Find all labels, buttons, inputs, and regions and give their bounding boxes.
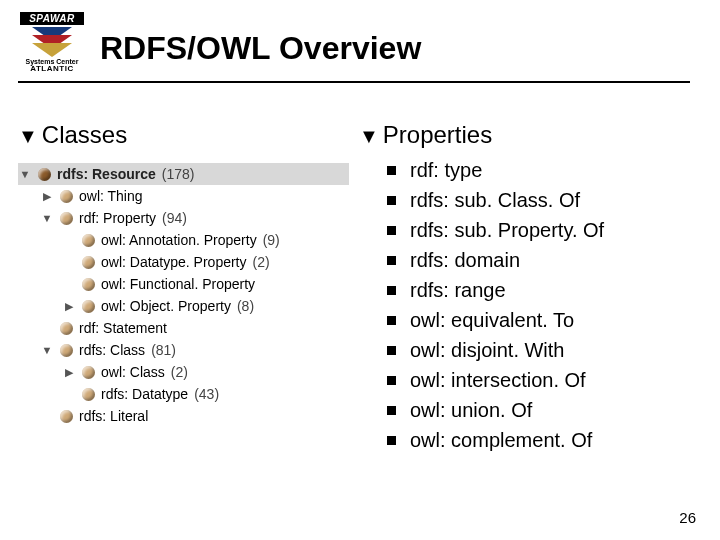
- down-triangle-icon: ▼: [359, 126, 379, 146]
- class-node-icon: [82, 366, 95, 379]
- tree-node[interactable]: rdfs: Datatype (43): [18, 383, 349, 405]
- tree-node-count: (2): [171, 364, 188, 380]
- property-label: rdfs: domain: [410, 249, 520, 272]
- header: SPAWAR Systems Center ATLANTIC RDFS/OWL …: [18, 12, 690, 73]
- class-node-icon: [38, 168, 51, 181]
- tree-indent: [18, 295, 34, 317]
- logo-subtitle: Systems Center ATLANTIC: [26, 58, 79, 73]
- tree-node-label: rdfs: Class: [79, 342, 145, 358]
- tree-indent: [40, 361, 56, 383]
- properties-column: ▼ Properties rdf: typerdfs: sub. Class. …: [359, 121, 690, 455]
- bullet-square-icon: [387, 316, 396, 325]
- tree-node-count: (178): [162, 166, 195, 182]
- tree-indent: [18, 339, 34, 361]
- class-node-icon: [60, 190, 73, 203]
- title-rule: [18, 81, 690, 83]
- tree-indent: [40, 383, 56, 405]
- property-item: owl: union. Of: [359, 395, 690, 425]
- class-node-icon: [82, 300, 95, 313]
- property-item: owl: equivalent. To: [359, 305, 690, 335]
- class-node-icon: [82, 388, 95, 401]
- tree-node-label: owl: Class: [101, 364, 165, 380]
- class-node-icon: [82, 278, 95, 291]
- tree-indent: [18, 405, 34, 427]
- tree-node[interactable]: rdfs: Class (81): [18, 339, 349, 361]
- tree-node[interactable]: rdf: Property (94): [18, 207, 349, 229]
- property-label: owl: disjoint. With: [410, 339, 565, 362]
- tree-node[interactable]: owl: Thing: [18, 185, 349, 207]
- property-label: rdfs: range: [410, 279, 506, 302]
- bullet-square-icon: [387, 286, 396, 295]
- tree-node-count: (81): [151, 342, 176, 358]
- class-node-icon: [60, 410, 73, 423]
- property-label: owl: complement. Of: [410, 429, 592, 452]
- bullet-square-icon: [387, 406, 396, 415]
- tree-node-label: rdfs: Resource: [57, 166, 156, 182]
- tree-node[interactable]: rdfs: Literal: [18, 405, 349, 427]
- bullet-square-icon: [387, 256, 396, 265]
- tree-node[interactable]: rdf: Statement: [18, 317, 349, 339]
- tree-node[interactable]: owl: Annotation. Property (9): [18, 229, 349, 251]
- tree-node-label: owl: Annotation. Property: [101, 232, 257, 248]
- classes-heading-text: Classes: [42, 121, 127, 149]
- tree-node[interactable]: owl: Class (2): [18, 361, 349, 383]
- tree-disclosure-icon[interactable]: [62, 361, 76, 383]
- bullet-square-icon: [387, 196, 396, 205]
- class-node-icon: [82, 234, 95, 247]
- property-item: rdfs: sub. Property. Of: [359, 215, 690, 245]
- tree-indent: [40, 295, 56, 317]
- tree-disclosure-icon[interactable]: [62, 295, 76, 317]
- tree-node-label: rdf: Property: [79, 210, 156, 226]
- bullet-square-icon: [387, 166, 396, 175]
- tree-node-label: owl: Functional. Property: [101, 276, 255, 292]
- tree-disclosure-icon[interactable]: [40, 185, 54, 207]
- classes-column: ▼Classes rdfs: Resource (178)owl: Thingr…: [18, 121, 349, 455]
- property-item: owl: complement. Of: [359, 425, 690, 455]
- class-node-icon: [60, 212, 73, 225]
- property-label: owl: intersection. Of: [410, 369, 586, 392]
- bullet-square-icon: [387, 226, 396, 235]
- property-item: rdfs: range: [359, 275, 690, 305]
- tree-node-count: (8): [237, 298, 254, 314]
- tree-node[interactable]: owl: Functional. Property: [18, 273, 349, 295]
- tree-disclosure-icon[interactable]: [40, 207, 54, 229]
- tree-node-count: (43): [194, 386, 219, 402]
- down-triangle-icon: ▼: [18, 126, 38, 146]
- tree-disclosure-icon[interactable]: [40, 339, 54, 361]
- tree-indent: [40, 229, 56, 251]
- property-label: rdfs: sub. Property. Of: [410, 219, 604, 242]
- tree-node[interactable]: rdfs: Resource (178): [18, 163, 349, 185]
- class-node-icon: [82, 256, 95, 269]
- property-label: owl: union. Of: [410, 399, 532, 422]
- tree-indent: [18, 383, 34, 405]
- tree-indent: [18, 251, 34, 273]
- tree-node-count: (9): [263, 232, 280, 248]
- bullet-square-icon: [387, 376, 396, 385]
- tree-node-label: owl: Thing: [79, 188, 143, 204]
- tree-indent: [40, 251, 56, 273]
- tree-node-count: (2): [253, 254, 270, 270]
- logo: SPAWAR Systems Center ATLANTIC: [18, 12, 86, 73]
- tree-node[interactable]: owl: Datatype. Property (2): [18, 251, 349, 273]
- logo-chevron-icon: [32, 27, 72, 57]
- tree-node-label: rdfs: Literal: [79, 408, 148, 424]
- tree-indent: [18, 273, 34, 295]
- tree-indent: [18, 185, 34, 207]
- tree-node[interactable]: owl: Object. Property (8): [18, 295, 349, 317]
- slide: SPAWAR Systems Center ATLANTIC RDFS/OWL …: [0, 0, 720, 540]
- bullet-square-icon: [387, 346, 396, 355]
- properties-heading-text: Properties: [383, 121, 492, 149]
- property-item: owl: intersection. Of: [359, 365, 690, 395]
- page-number: 26: [679, 509, 696, 526]
- class-node-icon: [60, 344, 73, 357]
- property-item: rdfs: sub. Class. Of: [359, 185, 690, 215]
- body-columns: ▼Classes rdfs: Resource (178)owl: Thingr…: [18, 121, 690, 455]
- property-item: rdf: type: [359, 155, 690, 185]
- properties-heading: ▼ Properties: [359, 121, 690, 149]
- logo-subtitle-line2: ATLANTIC: [26, 65, 79, 73]
- tree-disclosure-icon[interactable]: [18, 163, 32, 185]
- class-node-icon: [60, 322, 73, 335]
- tree-node-count: (94): [162, 210, 187, 226]
- slide-title: RDFS/OWL Overview: [100, 30, 421, 67]
- property-label: rdf: type: [410, 159, 482, 182]
